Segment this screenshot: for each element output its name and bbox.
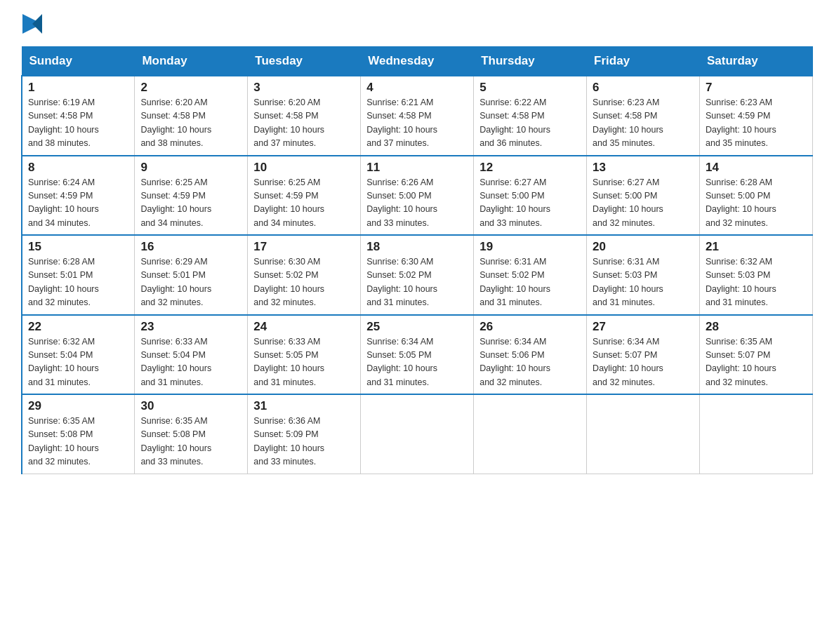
day-info: Sunrise: 6:36 AMSunset: 5:09 PMDaylight:… xyxy=(253,416,324,467)
calendar-day-cell: 19 Sunrise: 6:31 AMSunset: 5:02 PMDaylig… xyxy=(474,235,587,315)
day-number: 11 xyxy=(366,161,468,175)
calendar-week-row: 22 Sunrise: 6:32 AMSunset: 5:04 PMDaylig… xyxy=(22,315,813,395)
calendar-week-row: 15 Sunrise: 6:28 AMSunset: 5:01 PMDaylig… xyxy=(22,235,813,315)
day-number: 12 xyxy=(479,161,581,175)
day-number: 29 xyxy=(28,399,128,413)
day-info: Sunrise: 6:32 AMSunset: 5:03 PMDaylight:… xyxy=(706,257,776,307)
day-info: Sunrise: 6:19 AMSunset: 4:58 PMDaylight:… xyxy=(28,98,99,148)
calendar-day-cell xyxy=(700,394,813,474)
day-info: Sunrise: 6:25 AMSunset: 4:59 PMDaylight:… xyxy=(140,177,211,228)
day-info: Sunrise: 6:35 AMSunset: 5:08 PMDaylight:… xyxy=(140,416,211,467)
calendar-day-cell: 29 Sunrise: 6:35 AMSunset: 5:08 PMDaylig… xyxy=(22,394,135,474)
day-info: Sunrise: 6:34 AMSunset: 5:06 PMDaylight:… xyxy=(479,337,550,387)
day-number: 14 xyxy=(706,161,807,175)
day-number: 30 xyxy=(140,399,241,413)
day-info: Sunrise: 6:28 AMSunset: 5:01 PMDaylight:… xyxy=(28,257,99,307)
day-info: Sunrise: 6:33 AMSunset: 5:05 PMDaylight:… xyxy=(253,337,324,387)
day-number: 6 xyxy=(593,81,694,95)
day-info: Sunrise: 6:30 AMSunset: 5:02 PMDaylight:… xyxy=(253,257,324,307)
day-number: 28 xyxy=(706,320,807,334)
day-number: 21 xyxy=(706,240,807,254)
calendar-day-cell: 24 Sunrise: 6:33 AMSunset: 5:05 PMDaylig… xyxy=(248,315,361,395)
day-info: Sunrise: 6:30 AMSunset: 5:02 PMDaylight:… xyxy=(366,257,437,307)
day-info: Sunrise: 6:28 AMSunset: 5:00 PMDaylight:… xyxy=(706,177,776,228)
calendar-day-cell xyxy=(587,394,700,474)
day-number: 27 xyxy=(593,320,694,334)
day-info: Sunrise: 6:27 AMSunset: 5:00 PMDaylight:… xyxy=(479,177,550,228)
calendar-day-cell: 12 Sunrise: 6:27 AMSunset: 5:00 PMDaylig… xyxy=(474,156,587,236)
svg-marker-1 xyxy=(32,14,42,34)
calendar-day-cell: 23 Sunrise: 6:33 AMSunset: 5:04 PMDaylig… xyxy=(135,315,248,395)
calendar-day-cell: 20 Sunrise: 6:31 AMSunset: 5:03 PMDaylig… xyxy=(587,235,700,315)
day-number: 31 xyxy=(253,399,355,413)
page-header xyxy=(21,14,813,34)
calendar-day-cell: 3 Sunrise: 6:20 AMSunset: 4:58 PMDayligh… xyxy=(248,76,361,156)
day-number: 19 xyxy=(479,240,581,254)
calendar-day-cell xyxy=(474,394,587,474)
day-info: Sunrise: 6:20 AMSunset: 4:58 PMDaylight:… xyxy=(140,98,211,148)
day-number: 23 xyxy=(140,320,241,334)
day-info: Sunrise: 6:23 AMSunset: 4:59 PMDaylight:… xyxy=(706,98,776,148)
calendar-day-cell: 28 Sunrise: 6:35 AMSunset: 5:07 PMDaylig… xyxy=(700,315,813,395)
day-info: Sunrise: 6:25 AMSunset: 4:59 PMDaylight:… xyxy=(253,177,324,228)
calendar-day-cell: 9 Sunrise: 6:25 AMSunset: 4:59 PMDayligh… xyxy=(135,156,248,236)
weekday-header-row: SundayMondayTuesdayWednesdayThursdayFrid… xyxy=(22,47,813,76)
day-info: Sunrise: 6:33 AMSunset: 5:04 PMDaylight:… xyxy=(140,337,211,387)
calendar-day-cell: 14 Sunrise: 6:28 AMSunset: 5:00 PMDaylig… xyxy=(700,156,813,236)
day-number: 2 xyxy=(140,81,241,95)
calendar-day-cell: 16 Sunrise: 6:29 AMSunset: 5:01 PMDaylig… xyxy=(135,235,248,315)
calendar-week-row: 29 Sunrise: 6:35 AMSunset: 5:08 PMDaylig… xyxy=(22,394,813,474)
day-info: Sunrise: 6:32 AMSunset: 5:04 PMDaylight:… xyxy=(28,337,99,387)
calendar-day-cell: 2 Sunrise: 6:20 AMSunset: 4:58 PMDayligh… xyxy=(135,76,248,156)
calendar-day-cell: 6 Sunrise: 6:23 AMSunset: 4:58 PMDayligh… xyxy=(587,76,700,156)
day-info: Sunrise: 6:27 AMSunset: 5:00 PMDaylight:… xyxy=(593,177,663,228)
weekday-header: Friday xyxy=(587,47,700,76)
day-info: Sunrise: 6:21 AMSunset: 4:58 PMDaylight:… xyxy=(366,98,437,148)
day-number: 1 xyxy=(28,81,128,95)
day-number: 7 xyxy=(706,81,807,95)
day-info: Sunrise: 6:26 AMSunset: 5:00 PMDaylight:… xyxy=(366,177,437,228)
day-number: 26 xyxy=(479,320,581,334)
day-info: Sunrise: 6:31 AMSunset: 5:02 PMDaylight:… xyxy=(479,257,550,307)
day-info: Sunrise: 6:29 AMSunset: 5:01 PMDaylight:… xyxy=(140,257,211,307)
calendar-day-cell xyxy=(361,394,474,474)
day-number: 25 xyxy=(366,320,468,334)
calendar-day-cell: 17 Sunrise: 6:30 AMSunset: 5:02 PMDaylig… xyxy=(248,235,361,315)
calendar-day-cell: 13 Sunrise: 6:27 AMSunset: 5:00 PMDaylig… xyxy=(587,156,700,236)
weekday-header: Tuesday xyxy=(248,47,361,76)
day-number: 4 xyxy=(366,81,468,95)
day-info: Sunrise: 6:20 AMSunset: 4:58 PMDaylight:… xyxy=(253,98,324,148)
day-number: 18 xyxy=(366,240,468,254)
weekday-header: Thursday xyxy=(474,47,587,76)
calendar-day-cell: 22 Sunrise: 6:32 AMSunset: 5:04 PMDaylig… xyxy=(22,315,135,395)
calendar-day-cell: 18 Sunrise: 6:30 AMSunset: 5:02 PMDaylig… xyxy=(361,235,474,315)
calendar-day-cell: 15 Sunrise: 6:28 AMSunset: 5:01 PMDaylig… xyxy=(22,235,135,315)
calendar-day-cell: 31 Sunrise: 6:36 AMSunset: 5:09 PMDaylig… xyxy=(248,394,361,474)
calendar-day-cell: 27 Sunrise: 6:34 AMSunset: 5:07 PMDaylig… xyxy=(587,315,700,395)
day-info: Sunrise: 6:31 AMSunset: 5:03 PMDaylight:… xyxy=(593,257,663,307)
day-number: 16 xyxy=(140,240,241,254)
calendar-day-cell: 8 Sunrise: 6:24 AMSunset: 4:59 PMDayligh… xyxy=(22,156,135,236)
day-info: Sunrise: 6:23 AMSunset: 4:58 PMDaylight:… xyxy=(593,98,663,148)
day-number: 10 xyxy=(253,161,355,175)
calendar-day-cell: 21 Sunrise: 6:32 AMSunset: 5:03 PMDaylig… xyxy=(700,235,813,315)
day-number: 17 xyxy=(253,240,355,254)
day-number: 20 xyxy=(593,240,694,254)
logo xyxy=(21,14,44,34)
day-number: 15 xyxy=(28,240,128,254)
weekday-header: Wednesday xyxy=(361,47,474,76)
calendar-day-cell: 25 Sunrise: 6:34 AMSunset: 5:05 PMDaylig… xyxy=(361,315,474,395)
day-number: 8 xyxy=(28,161,128,175)
calendar-table: SundayMondayTuesdayWednesdayThursdayFrid… xyxy=(21,46,813,474)
calendar-day-cell: 7 Sunrise: 6:23 AMSunset: 4:59 PMDayligh… xyxy=(700,76,813,156)
day-number: 3 xyxy=(253,81,355,95)
day-info: Sunrise: 6:22 AMSunset: 4:58 PMDaylight:… xyxy=(479,98,550,148)
calendar-week-row: 1 Sunrise: 6:19 AMSunset: 4:58 PMDayligh… xyxy=(22,76,813,156)
day-info: Sunrise: 6:24 AMSunset: 4:59 PMDaylight:… xyxy=(28,177,99,228)
weekday-header: Monday xyxy=(135,47,248,76)
calendar-day-cell: 10 Sunrise: 6:25 AMSunset: 4:59 PMDaylig… xyxy=(248,156,361,236)
day-info: Sunrise: 6:34 AMSunset: 5:07 PMDaylight:… xyxy=(593,337,663,387)
calendar-week-row: 8 Sunrise: 6:24 AMSunset: 4:59 PMDayligh… xyxy=(22,156,813,236)
day-number: 5 xyxy=(479,81,581,95)
weekday-header: Sunday xyxy=(22,47,135,76)
